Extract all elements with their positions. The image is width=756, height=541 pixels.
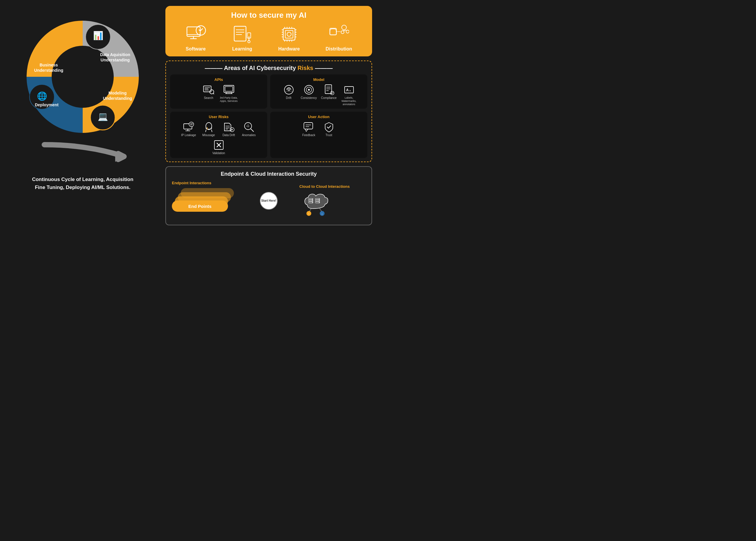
start-here-badge: Start Here!	[260, 192, 278, 210]
svg-rect-28	[285, 30, 293, 38]
svg-text:Understanding: Understanding	[103, 96, 132, 101]
endpoint-middle: Start Here!	[260, 192, 278, 210]
svg-text:A: A	[346, 88, 349, 92]
svg-line-60	[213, 93, 214, 94]
risk-labels: A a Labels,Watermarks,annotators	[340, 84, 358, 106]
labels-label: Labels,Watermarks,annotators	[341, 96, 356, 106]
svg-line-97	[251, 129, 254, 132]
svg-text:Understanding: Understanding	[34, 68, 64, 73]
svg-line-52	[344, 30, 348, 31]
svg-point-49	[346, 30, 349, 33]
risk-drift: Drift	[280, 84, 298, 106]
model-items: Drift Consistency	[274, 84, 364, 106]
compliance-label: Compliance	[321, 96, 337, 100]
trust-label: Trust	[325, 134, 332, 137]
secure-icons-row: Software L	[173, 24, 365, 52]
consistency-label: Consistency	[301, 96, 317, 100]
svg-point-29	[287, 32, 291, 36]
bottom-text: Continuous Cycle of Learning, Acquisitio…	[32, 176, 133, 191]
right-panel: How to secure my AI Softwar	[166, 6, 372, 265]
software-label: Software	[186, 46, 206, 52]
svg-text:↓: ↓	[321, 212, 323, 215]
risk-search: Search	[199, 84, 217, 103]
risk-anomalies: Anomalies	[240, 121, 258, 137]
svg-rect-20	[234, 26, 246, 41]
svg-point-48	[342, 25, 346, 30]
svg-point-71	[308, 89, 310, 91]
search-label: Search	[204, 96, 213, 100]
main-container: 📊 🌐 💻 Business Understanding Data Aquisi…	[0, 0, 378, 270]
secure-title: How to secure my AI	[173, 11, 365, 20]
endpoint-content: Endpoint Interactions End Points Start H…	[172, 181, 366, 221]
svg-text:a: a	[349, 89, 351, 92]
svg-point-111	[312, 202, 313, 203]
svg-text:↑: ↑	[308, 212, 309, 215]
svg-text:Understanding: Understanding	[101, 58, 130, 62]
feedback-label: Feedback	[302, 134, 315, 137]
risks-box: ——— Areas of AI Cybersecurity Risks ——— …	[166, 61, 372, 162]
risk-misusage: Misusage	[200, 121, 218, 137]
svg-point-117	[319, 202, 319, 203]
svg-text:🌐: 🌐	[37, 91, 47, 101]
svg-text:💻: 💻	[98, 112, 108, 121]
stacked-layers: End Points	[172, 188, 237, 221]
svg-line-86	[205, 130, 206, 132]
risks-title: ——— Areas of AI Cybersecurity Risks ———	[170, 65, 367, 72]
3rdparty-label: 3rd Party Data,Apps, Services	[220, 96, 238, 103]
svg-point-66	[284, 85, 293, 94]
svg-rect-62	[225, 87, 233, 91]
endpoint-label: End Points	[189, 204, 211, 209]
anomalies-label: Anomalies	[242, 134, 256, 137]
hardware-label: Hardware	[278, 46, 300, 52]
icon-software: Software	[186, 24, 206, 52]
apis-section: APIs	[170, 74, 267, 109]
svg-point-67	[288, 89, 290, 91]
svg-line-87	[211, 130, 212, 132]
endpoint-left-label: Endpoint Interactions	[172, 181, 254, 185]
endpoint-left: Endpoint Interactions End Points	[172, 181, 254, 221]
risk-ip-leakage: IP IP Leakage	[180, 121, 197, 137]
endpoint-box: Endpoint & Cloud Interaction Security En…	[166, 166, 372, 225]
endpoint-right: Cloud to Cloud Interactions	[283, 184, 366, 217]
svg-point-116	[319, 201, 319, 201]
user-action-title: User Action	[274, 115, 364, 119]
svg-rect-103	[304, 123, 313, 129]
risk-feedback: Feedback	[300, 121, 318, 137]
cloud-label: Cloud to Cloud Interactions	[299, 184, 350, 189]
endpoint-title: Endpoint & Cloud Interaction Security	[172, 171, 366, 177]
model-title: Model	[274, 77, 364, 82]
svg-point-115	[319, 199, 319, 200]
svg-point-109	[312, 199, 313, 200]
donut-diagram: 📊 🌐 💻 Business Understanding Data Aquisi…	[15, 9, 151, 145]
icon-hardware: Hardware	[278, 24, 300, 52]
risk-data-drift: Data Drift	[220, 121, 238, 137]
user-action-items: Feedback Trust	[274, 121, 364, 137]
apis-items: Search	[174, 84, 264, 103]
user-risks-section: User Risks IP	[170, 112, 267, 158]
svg-text:📊: 📊	[93, 31, 103, 40]
misusage-label: Misusage	[202, 134, 215, 137]
svg-point-110	[312, 201, 313, 201]
risk-consistency: Consistency	[300, 84, 318, 106]
left-panel: 📊 🌐 💻 Business Understanding Data Aquisi…	[6, 6, 160, 265]
model-section: Model Drift	[270, 74, 367, 109]
svg-point-89	[207, 129, 207, 130]
user-action-section: User Action Feedback	[270, 112, 367, 158]
user-risks-title: User Risks	[174, 115, 264, 119]
svg-rect-15	[187, 27, 200, 36]
distribution-label: Distribution	[326, 46, 352, 52]
validation-label: Validation	[212, 152, 225, 155]
risks-grid: APIs	[170, 74, 367, 158]
svg-text:Data Aquisition: Data Aquisition	[100, 52, 130, 57]
svg-text:IP: IP	[190, 123, 193, 126]
risk-validation: Validation	[210, 139, 228, 155]
ip-leakage-label: IP Leakage	[181, 134, 196, 137]
risk-compliance: Compliance	[320, 84, 338, 106]
secure-ai-box: How to secure my AI Softwar	[166, 6, 372, 56]
svg-text:Deployment: Deployment	[35, 103, 59, 107]
risk-3rdparty: 3rd Party Data,Apps, Services	[220, 84, 238, 103]
learning-label: Learning	[232, 46, 252, 52]
risk-trust: Trust	[320, 121, 338, 137]
cloud-diagram-svg: ↑ ↓	[298, 191, 351, 217]
apis-title: APIs	[174, 77, 264, 82]
